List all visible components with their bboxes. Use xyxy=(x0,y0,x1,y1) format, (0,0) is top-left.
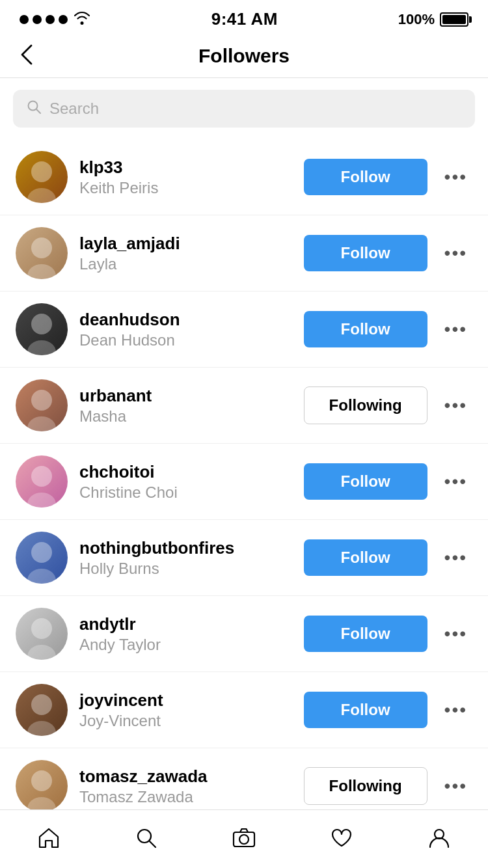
svg-point-24 xyxy=(31,694,52,715)
search-icon xyxy=(26,99,42,118)
avatar-joyvincent[interactable] xyxy=(16,684,68,736)
wifi-icon xyxy=(73,10,91,29)
follow-button-nothingbutbonfires[interactable]: Follow xyxy=(304,539,427,576)
display-name-layla_amjadi: Layla xyxy=(79,255,292,273)
svg-point-10 xyxy=(27,340,56,355)
follow-button-deanhudson[interactable]: Follow xyxy=(304,311,427,347)
user-info-andytlr: andytlrAndy Taylor xyxy=(79,614,292,654)
user-info-deanhudson: deanhudsonDean Hudson xyxy=(79,310,292,349)
nav-search[interactable] xyxy=(98,810,195,868)
username-joyvincent: joyvincent xyxy=(79,690,292,711)
user-info-chchoitoi: chchoitoiChristine Choi xyxy=(79,462,292,502)
avatar-chchoitoi[interactable] xyxy=(16,455,68,508)
follow-button-layla_amjadi[interactable]: Follow xyxy=(304,235,427,271)
user-info-urbanant: urbanantMasha xyxy=(79,386,292,426)
display-name-chchoitoi: Christine Choi xyxy=(79,483,292,502)
username-nothingbutbonfires: nothingbutbonfires xyxy=(79,538,292,558)
nav-profile[interactable] xyxy=(390,810,488,868)
display-name-joyvincent: Joy-Vincent xyxy=(79,712,292,730)
follow-button-joyvincent[interactable]: Follow xyxy=(304,692,427,728)
display-name-nothingbutbonfires: Holly Burns xyxy=(79,560,292,578)
display-name-tomasz_zawada: Tomasz Zawada xyxy=(79,788,292,806)
more-button-nothingbutbonfires[interactable]: ••• xyxy=(439,547,472,568)
svg-point-35 xyxy=(239,835,249,844)
heart-icon xyxy=(330,826,353,852)
nav-camera[interactable] xyxy=(195,810,293,868)
follower-item-joyvincent: joyvincentJoy-VincentFollow••• xyxy=(0,672,488,748)
more-button-tomasz_zawada[interactable]: ••• xyxy=(439,776,472,796)
camera-icon xyxy=(232,826,256,852)
nav-activity[interactable] xyxy=(293,810,390,868)
battery-percentage: 100% xyxy=(398,11,435,28)
svg-point-16 xyxy=(27,493,56,508)
follower-item-urbanant: urbanantMashaFollowing••• xyxy=(0,368,488,444)
more-button-klp33[interactable]: ••• xyxy=(439,167,472,187)
avatar-layla_amjadi[interactable] xyxy=(16,227,68,279)
user-info-layla_amjadi: layla_amjadiLayla xyxy=(79,234,292,273)
page-header: Followers xyxy=(0,34,488,78)
display-name-klp33: Keith Peiris xyxy=(79,179,292,197)
svg-point-13 xyxy=(27,416,56,431)
back-button[interactable] xyxy=(20,43,34,70)
follower-item-andytlr: andytlrAndy TaylorFollow••• xyxy=(0,596,488,672)
avatar-tomasz_zawada[interactable] xyxy=(16,760,68,812)
username-urbanant: urbanant xyxy=(79,386,292,406)
username-klp33: klp33 xyxy=(79,157,292,178)
svg-point-19 xyxy=(27,569,56,584)
avatar-andytlr[interactable] xyxy=(16,608,68,660)
more-button-deanhudson[interactable]: ••• xyxy=(439,319,472,340)
user-info-nothingbutbonfires: nothingbutbonfiresHolly Burns xyxy=(79,538,292,578)
follow-button-klp33[interactable]: Follow xyxy=(304,159,427,195)
svg-point-12 xyxy=(31,390,52,411)
svg-point-4 xyxy=(27,188,56,203)
following-button-urbanant[interactable]: Following xyxy=(304,387,427,424)
svg-point-9 xyxy=(31,314,52,334)
avatar-deanhudson[interactable] xyxy=(16,303,68,355)
nav-home[interactable] xyxy=(0,810,98,868)
svg-point-21 xyxy=(31,618,52,639)
more-button-chchoitoi[interactable]: ••• xyxy=(439,471,472,492)
followers-list: klp33Keith PeirisFollow•••layla_amjadiLa… xyxy=(0,139,488,868)
avatar-urbanant[interactable] xyxy=(16,379,68,431)
home-icon xyxy=(37,826,61,852)
username-layla_amjadi: layla_amjadi xyxy=(79,234,292,254)
svg-point-7 xyxy=(27,264,56,279)
display-name-urbanant: Masha xyxy=(79,407,292,426)
follower-item-deanhudson: deanhudsonDean HudsonFollow••• xyxy=(0,292,488,368)
svg-point-3 xyxy=(31,161,52,182)
more-button-layla_amjadi[interactable]: ••• xyxy=(439,243,472,264)
follow-button-chchoitoi[interactable]: Follow xyxy=(304,463,427,500)
avatar-nothingbutbonfires[interactable] xyxy=(16,532,68,584)
status-left xyxy=(20,10,91,29)
username-chchoitoi: chchoitoi xyxy=(79,462,292,482)
follow-button-andytlr[interactable]: Follow xyxy=(304,616,427,652)
more-button-andytlr[interactable]: ••• xyxy=(439,623,472,644)
page-title: Followers xyxy=(198,45,290,67)
battery-icon xyxy=(440,12,468,27)
username-deanhudson: deanhudson xyxy=(79,310,292,330)
svg-point-6 xyxy=(31,237,52,258)
svg-point-25 xyxy=(27,721,56,736)
display-name-andytlr: Andy Taylor xyxy=(79,636,292,654)
follower-item-chchoitoi: chchoitoiChristine ChoiFollow••• xyxy=(0,444,488,520)
follower-item-nothingbutbonfires: nothingbutbonfiresHolly BurnsFollow••• xyxy=(0,520,488,596)
username-andytlr: andytlr xyxy=(79,614,292,634)
bottom-navigation xyxy=(0,809,488,868)
status-right: 100% xyxy=(398,11,468,28)
svg-point-27 xyxy=(31,770,52,791)
follower-item-klp33: klp33Keith PeirisFollow••• xyxy=(0,139,488,215)
search-nav-icon xyxy=(135,826,158,852)
user-info-klp33: klp33Keith Peiris xyxy=(79,157,292,197)
avatar-klp33[interactable] xyxy=(16,151,68,203)
more-button-urbanant[interactable]: ••• xyxy=(439,395,472,416)
follower-item-layla_amjadi: layla_amjadiLaylaFollow••• xyxy=(0,215,488,292)
svg-line-33 xyxy=(150,841,156,847)
status-bar: 9:41 AM 100% xyxy=(0,0,488,34)
display-name-deanhudson: Dean Hudson xyxy=(79,331,292,349)
more-button-joyvincent[interactable]: ••• xyxy=(439,699,472,720)
following-button-tomasz_zawada[interactable]: Following xyxy=(304,767,427,805)
status-time: 9:41 AM xyxy=(211,9,278,29)
search-bar[interactable]: Search xyxy=(13,90,475,128)
user-info-joyvincent: joyvincentJoy-Vincent xyxy=(79,690,292,730)
person-icon xyxy=(427,826,451,852)
